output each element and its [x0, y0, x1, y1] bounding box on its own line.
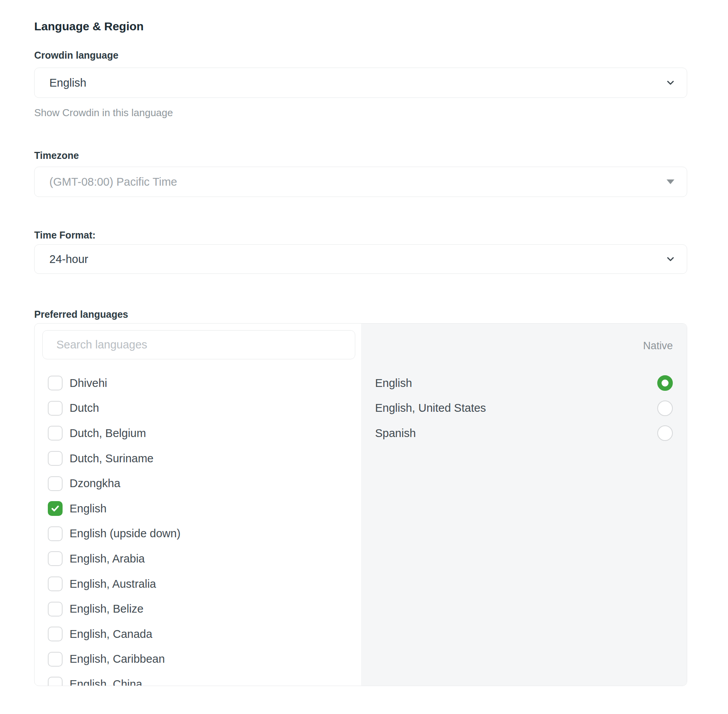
native-radio[interactable]: [657, 425, 673, 441]
native-language-label: Spanish: [375, 427, 416, 440]
native-language-row[interactable]: Spanish: [375, 421, 673, 446]
language-checkbox[interactable]: [48, 551, 63, 566]
language-option-label: English, Belize: [70, 603, 143, 615]
language-checkbox[interactable]: [48, 501, 63, 516]
time-format-select[interactable]: 24-hour: [34, 244, 687, 274]
crowdin-language-helper: Show Crowdin in this language: [34, 106, 687, 119]
language-checkbox[interactable]: [48, 451, 63, 466]
preferred-languages-label: Preferred languages: [34, 308, 687, 320]
language-checkbox[interactable]: [48, 602, 63, 616]
language-checkbox[interactable]: [48, 476, 63, 491]
language-option-label: Dutch, Belgium: [70, 427, 146, 440]
timezone-value: (GMT-08:00) Pacific Time: [49, 176, 177, 188]
language-option-label: Dhivehi: [70, 377, 107, 390]
chevron-down-icon: [665, 254, 676, 265]
language-option-label: English: [70, 502, 106, 515]
language-option-row[interactable]: English, Australia: [35, 571, 361, 597]
language-option-row[interactable]: Dutch, Belgium: [35, 421, 361, 446]
language-checkbox[interactable]: [48, 627, 63, 641]
language-checkbox[interactable]: [48, 677, 63, 686]
timezone-label: Timezone: [34, 149, 687, 162]
language-checkbox[interactable]: [48, 401, 63, 416]
language-option-row[interactable]: Dutch, Suriname: [35, 446, 361, 471]
crowdin-language-select[interactable]: English: [34, 68, 687, 98]
language-option-row[interactable]: English, Caribbean: [35, 647, 361, 672]
timezone-select[interactable]: (GMT-08:00) Pacific Time: [34, 167, 687, 197]
language-option-row[interactable]: Dzongkha: [35, 471, 361, 496]
language-option-label: English, China: [70, 678, 142, 686]
language-region-settings: Language & Region Crowdin language Engli…: [34, 19, 687, 686]
language-checkbox[interactable]: [48, 576, 63, 591]
native-language-row[interactable]: English, United States: [375, 396, 673, 421]
search-languages-input[interactable]: [42, 330, 355, 359]
language-option-label: English, Caribbean: [70, 653, 165, 665]
language-checkbox[interactable]: [48, 526, 63, 541]
language-option-label: English (upside down): [70, 527, 180, 540]
native-language-label: English: [375, 377, 412, 390]
language-option-row[interactable]: English, Belize: [35, 596, 361, 622]
page-title: Language & Region: [34, 19, 687, 34]
language-option-row[interactable]: English, China: [35, 672, 361, 686]
language-option-label: English, Arabia: [70, 552, 145, 565]
time-format-label: Time Format:: [34, 229, 687, 241]
language-options-list[interactable]: Dhivehi Dutch: [35, 371, 361, 686]
native-radio[interactable]: [657, 375, 673, 391]
language-option-label: Dutch: [70, 402, 99, 414]
language-checkbox[interactable]: [48, 376, 63, 390]
language-option-row[interactable]: English: [35, 496, 361, 521]
language-option-label: Dzongkha: [70, 477, 120, 490]
language-option-label: English, Canada: [70, 628, 152, 641]
native-column-header: Native: [375, 340, 673, 352]
language-option-row[interactable]: Dhivehi: [35, 371, 361, 396]
native-language-label: English, United States: [375, 402, 486, 414]
preferred-languages-panel: Dhivehi Dutch: [34, 323, 687, 686]
language-picker-column: Dhivehi Dutch: [35, 324, 361, 686]
native-language-list: English English, United States Spanish: [375, 371, 673, 446]
language-option-label: Dutch, Suriname: [70, 452, 154, 465]
selected-languages-column: Native English English, United States Sp…: [361, 324, 687, 686]
crowdin-language-value: English: [49, 77, 86, 89]
caret-down-icon: [667, 179, 674, 184]
language-option-label: English, Australia: [70, 578, 156, 590]
language-option-row[interactable]: English (upside down): [35, 521, 361, 547]
crowdin-language-label: Crowdin language: [34, 49, 687, 61]
time-format-value: 24-hour: [49, 253, 88, 266]
native-radio[interactable]: [657, 401, 673, 416]
language-option-row[interactable]: English, Canada: [35, 622, 361, 647]
chevron-down-icon: [665, 77, 676, 88]
language-option-row[interactable]: English, Arabia: [35, 546, 361, 571]
check-icon: [51, 504, 60, 513]
language-checkbox[interactable]: [48, 426, 63, 441]
language-option-row[interactable]: Dutch: [35, 396, 361, 421]
language-checkbox[interactable]: [48, 652, 63, 667]
native-language-row[interactable]: English: [375, 371, 673, 396]
